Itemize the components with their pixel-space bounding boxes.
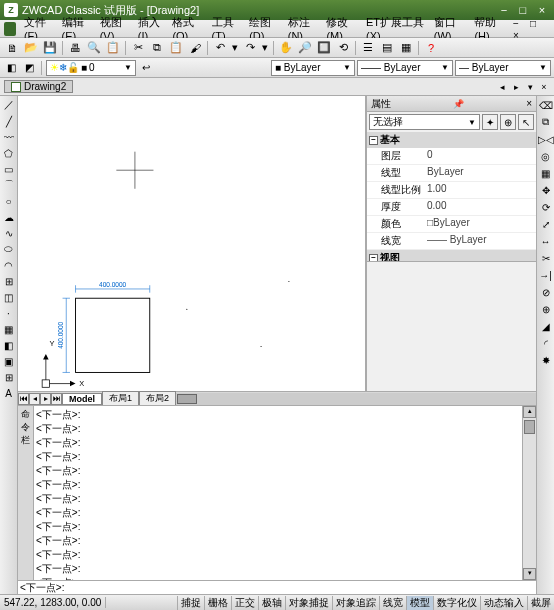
status-toggle[interactable]: 对象追踪 (332, 596, 379, 610)
prop-row[interactable]: 线宽—— ByLayer (367, 233, 536, 250)
offset-icon[interactable]: ◎ (539, 149, 553, 163)
command-history[interactable]: <下一点>:<下一点>:<下一点>:<下一点>:<下一点>:<下一点>:<下一点… (34, 406, 522, 580)
scroll-up-icon[interactable]: ▴ (523, 406, 536, 418)
tab-right-icon[interactable]: ▸ (510, 82, 522, 92)
layer-state-icon[interactable]: ◩ (21, 60, 37, 76)
arc-icon[interactable]: ⌒ (2, 178, 16, 192)
layer-prev-icon[interactable]: ↩ (138, 60, 154, 76)
zoom-prev-icon[interactable]: ⟲ (334, 40, 352, 56)
lineweight-combo[interactable]: — ByLayer▼ (455, 60, 551, 76)
tab-next-icon[interactable]: ▸ (40, 393, 51, 405)
ellipse-icon[interactable]: ⬭ (2, 242, 16, 256)
table-icon[interactable]: ⊞ (2, 370, 16, 384)
status-toggle[interactable]: 栅格 (204, 596, 231, 610)
preview-icon[interactable]: 🔍 (85, 40, 103, 56)
command-scrollbar[interactable]: ▴ ▾ (522, 406, 536, 580)
maximize-button[interactable]: □ (515, 4, 531, 16)
status-toggle[interactable]: 捕捉 (177, 596, 204, 610)
ellipse-arc-icon[interactable]: ◠ (2, 258, 16, 272)
hscroll-track[interactable] (176, 393, 536, 405)
trim-icon[interactable]: ✂ (539, 251, 553, 265)
properties-close-icon[interactable]: × (526, 98, 532, 109)
zoom-win-icon[interactable]: 🔲 (315, 40, 333, 56)
status-toggle[interactable]: 动态输入 (480, 596, 527, 610)
linetype-combo[interactable]: —— ByLayer▼ (357, 60, 453, 76)
redo-icon[interactable]: ↷ (241, 40, 259, 56)
tab-model[interactable]: Model (62, 393, 102, 405)
extend-icon[interactable]: →| (539, 268, 553, 282)
join-icon[interactable]: ⊕ (539, 302, 553, 316)
print-icon[interactable]: 🖶 (66, 40, 84, 56)
command-input[interactable]: <下一点>: (18, 580, 536, 594)
cut-icon[interactable]: ✂ (129, 40, 147, 56)
tab-close-icon[interactable]: × (538, 82, 550, 92)
mirror-icon[interactable]: ▷◁ (539, 132, 553, 146)
drawing-canvas[interactable]: 400.0000 400.0000 Y X (18, 96, 366, 391)
move-icon[interactable]: ✥ (539, 183, 553, 197)
close-button[interactable]: × (534, 4, 550, 16)
prop-category[interactable]: −基本 (367, 132, 536, 148)
tool-palette-icon[interactable]: ▦ (397, 40, 415, 56)
prop-row[interactable]: 颜色□ByLayer (367, 216, 536, 233)
coordinates[interactable]: 547.22, 1283.00, 0.00 (0, 597, 106, 608)
properties-icon[interactable]: ☰ (359, 40, 377, 56)
tab-layout2[interactable]: 布局2 (139, 391, 176, 406)
prop-row[interactable]: 线型ByLayer (367, 165, 536, 182)
scale-icon[interactable]: ⤢ (539, 217, 553, 231)
status-toggle[interactable]: 正交 (231, 596, 258, 610)
insert-icon[interactable]: ⊞ (2, 274, 16, 288)
mdi-minimize-button[interactable]: − (509, 18, 523, 29)
select-objects-icon[interactable]: ↖ (518, 114, 534, 130)
properties-pin-icon[interactable]: 📌 (453, 99, 464, 109)
block-icon[interactable]: ◫ (2, 290, 16, 304)
help-icon[interactable]: ? (422, 40, 440, 56)
tab-first-icon[interactable]: ⏮ (18, 393, 29, 405)
prop-row[interactable]: 线型比例1.00 (367, 182, 536, 199)
redo-dropdown-icon[interactable]: ▾ (260, 40, 270, 56)
status-toggle[interactable]: 截屏 (527, 596, 554, 610)
prop-category[interactable]: −视图 (367, 250, 536, 261)
pline-icon[interactable]: 〰 (2, 130, 16, 144)
circle-icon[interactable]: ○ (2, 194, 16, 208)
spline-icon[interactable]: ∿ (2, 226, 16, 240)
open-icon[interactable]: 📂 (22, 40, 40, 56)
properties-grid[interactable]: −基本图层0线型ByLayer线型比例1.00厚度0.00颜色□ByLayer线… (367, 132, 536, 261)
gradient-icon[interactable]: ◧ (2, 338, 16, 352)
rotate-icon[interactable]: ⟳ (539, 200, 553, 214)
undo-icon[interactable]: ↶ (211, 40, 229, 56)
status-toggle[interactable]: 极轴 (258, 596, 285, 610)
quickselect-icon[interactable]: ✦ (482, 114, 498, 130)
fillet-icon[interactable]: ◜ (539, 336, 553, 350)
revcloud-icon[interactable]: ☁ (2, 210, 16, 224)
prop-row[interactable]: 图层0 (367, 148, 536, 165)
status-toggle[interactable]: 线宽 (379, 596, 406, 610)
pickadd-icon[interactable]: ⊕ (500, 114, 516, 130)
paste-icon[interactable]: 📋 (167, 40, 185, 56)
copy-icon[interactable]: ⧉ (148, 40, 166, 56)
explode-icon[interactable]: ✸ (539, 353, 553, 367)
polygon-icon[interactable]: ⬠ (2, 146, 16, 160)
point-icon[interactable]: · (2, 306, 16, 320)
hscroll-thumb[interactable] (177, 394, 197, 404)
scroll-thumb[interactable] (524, 420, 535, 434)
mdi-restore-button[interactable]: □ (526, 18, 540, 29)
selection-combo[interactable]: 无选择▼ (369, 114, 480, 130)
hatch-icon[interactable]: ▦ (2, 322, 16, 336)
undo-dropdown-icon[interactable]: ▾ (230, 40, 240, 56)
layer-combo[interactable]: ☀❄🔓■ 0▼ (46, 60, 136, 76)
tab-left-icon[interactable]: ◂ (496, 82, 508, 92)
color-combo[interactable]: ■ ByLayer▼ (271, 60, 355, 76)
erase-icon[interactable]: ⌫ (539, 98, 553, 112)
design-center-icon[interactable]: ▤ (378, 40, 396, 56)
publish-icon[interactable]: 📋 (104, 40, 122, 56)
save-icon[interactable]: 💾 (41, 40, 59, 56)
status-toggle[interactable]: 对象捕捉 (285, 596, 332, 610)
tab-prev-icon[interactable]: ◂ (29, 393, 40, 405)
chamfer-icon[interactable]: ◢ (539, 319, 553, 333)
prop-row[interactable]: 厚度0.00 (367, 199, 536, 216)
zoom-rt-icon[interactable]: 🔎 (296, 40, 314, 56)
layer-mgr-icon[interactable]: ◧ (3, 60, 19, 76)
doc-tab[interactable]: Drawing2 (4, 80, 73, 93)
match-icon[interactable]: 🖌 (186, 40, 204, 56)
mtext-icon[interactable]: A (2, 386, 16, 400)
